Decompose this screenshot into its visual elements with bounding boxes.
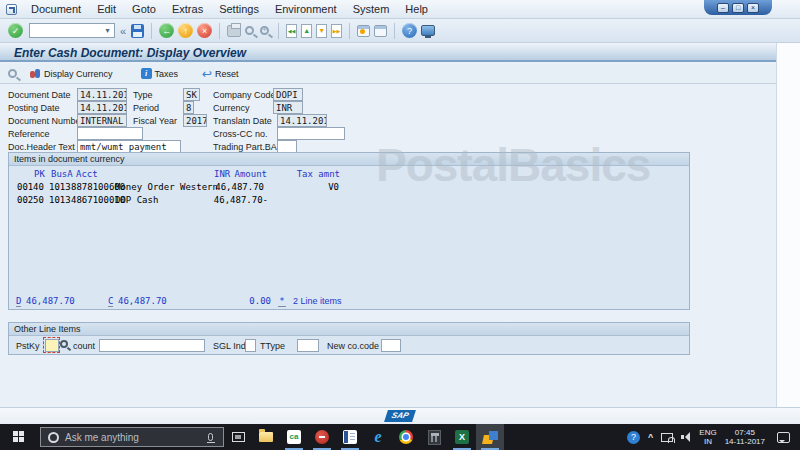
next-page-icon[interactable]: ▼ xyxy=(316,24,327,38)
period-label: Period xyxy=(133,103,159,113)
document-app-icon xyxy=(343,430,357,444)
excel-button[interactable]: X xyxy=(448,424,476,450)
menu-system[interactable]: System xyxy=(345,1,398,17)
previous-page-icon[interactable]: ▲ xyxy=(301,24,312,38)
menu-environment[interactable]: Environment xyxy=(267,1,345,17)
document-date-field[interactable]: 14.11.2017 xyxy=(77,88,127,101)
close-button[interactable]: × xyxy=(747,3,759,13)
language-indicator[interactable]: ENG IN xyxy=(699,428,716,446)
notification-center-icon[interactable] xyxy=(777,432,790,443)
currency-field[interactable]: INR xyxy=(273,101,303,114)
create-shortcut-icon[interactable] xyxy=(374,25,387,37)
value-help-icon[interactable] xyxy=(60,340,68,348)
sap-window-icon[interactable] xyxy=(6,4,17,15)
red-app-icon xyxy=(315,430,329,444)
window-controls: ‒ □ × xyxy=(704,0,772,15)
last-page-icon[interactable]: ▶▶ xyxy=(331,24,342,38)
display-currency-label: Display Currency xyxy=(44,69,113,79)
command-dropdown-icon[interactable]: ▾ xyxy=(102,25,113,36)
speaker-icon[interactable] xyxy=(681,432,691,442)
reset-arrow-icon: ↩ xyxy=(202,69,212,79)
chrome-button[interactable] xyxy=(392,424,420,450)
start-button[interactable] xyxy=(0,424,38,450)
menu-settings[interactable]: Settings xyxy=(211,1,267,17)
sap-logo: SAP xyxy=(384,410,416,422)
pstky-label: PstKy xyxy=(16,341,40,351)
reset-button[interactable]: ↩ Reset xyxy=(197,68,244,80)
file-explorer-button[interactable] xyxy=(252,424,280,450)
document-date-label: Document Date xyxy=(8,90,71,100)
document-number-field[interactable]: INTERNAL xyxy=(77,114,127,127)
sap-logon-icon xyxy=(483,431,498,444)
print-icon[interactable] xyxy=(227,25,241,37)
save-icon[interactable] xyxy=(131,24,144,38)
collapse-icon[interactable]: « xyxy=(120,25,126,37)
taskbar-search[interactable]: Ask me anything xyxy=(40,427,224,447)
clock[interactable]: 07:45 14-11-2017 xyxy=(725,428,765,446)
items-panel: Items in document currency PK BusA Acct … xyxy=(8,152,690,310)
menu-help[interactable]: Help xyxy=(397,1,436,17)
account-field[interactable] xyxy=(99,339,205,352)
account-label: count xyxy=(73,341,95,351)
translatn-date-field[interactable]: 14.11.2017 xyxy=(277,114,327,127)
menu-goto[interactable]: Goto xyxy=(124,1,164,17)
sgl-ind-field[interactable] xyxy=(245,339,256,352)
taxes-label: Taxes xyxy=(155,69,179,79)
col-header-pk: PK xyxy=(34,169,45,179)
period-field[interactable]: 8 xyxy=(183,101,194,114)
items-panel-title: Items in document currency xyxy=(9,153,689,166)
cross-cc-field[interactable] xyxy=(277,127,345,140)
ttype-label: TType xyxy=(260,341,285,351)
red-app-button[interactable] xyxy=(308,424,336,450)
choose-icon[interactable] xyxy=(8,69,17,78)
back-icon[interactable]: ← xyxy=(159,23,174,38)
row2-busa: 1013 xyxy=(49,195,71,205)
display-currency-button[interactable]: Display Currency xyxy=(25,68,118,80)
ca-app-button[interactable]: ca xyxy=(280,424,308,450)
system-tray: ? ^ ENG IN 07:45 14-11-2017 xyxy=(627,424,800,450)
posting-date-field[interactable]: 14.11.2017 xyxy=(77,101,127,114)
task-view-button[interactable] xyxy=(224,424,252,450)
restore-button[interactable]: □ xyxy=(732,3,744,13)
balance-indicator: * xyxy=(278,296,286,307)
document-app-button[interactable] xyxy=(336,424,364,450)
help-icon[interactable]: ? xyxy=(402,23,417,38)
windows-taskbar: Ask me anything ca e X ? ^ ENG IN 07:45 … xyxy=(0,424,800,450)
network-icon[interactable] xyxy=(661,433,673,442)
enter-icon[interactable]: ✓ xyxy=(8,23,23,38)
info-icon: i xyxy=(141,68,152,79)
menu-edit[interactable]: Edit xyxy=(89,1,124,17)
company-code-field[interactable]: DOPI xyxy=(273,88,303,101)
taxes-button[interactable]: i Taxes xyxy=(136,67,184,80)
microphone-icon[interactable] xyxy=(208,433,213,441)
folder-icon xyxy=(259,432,273,442)
reference-field[interactable] xyxy=(77,127,143,140)
row1-pk: 40 xyxy=(33,182,44,192)
calculator-button[interactable] xyxy=(420,424,448,450)
status-bar: SAP xyxy=(0,407,800,424)
main-content: Document Date 14.11.2017 Type SK Company… xyxy=(0,84,776,407)
find-icon[interactable] xyxy=(245,26,254,35)
new-session-icon[interactable] xyxy=(357,25,370,37)
exit-icon[interactable]: ↑ xyxy=(178,23,193,38)
first-page-icon[interactable]: ◀◀ xyxy=(286,24,297,38)
cancel-icon[interactable]: × xyxy=(197,23,212,38)
tray-chevron-icon[interactable]: ^ xyxy=(648,432,653,442)
internet-explorer-button[interactable]: e xyxy=(364,424,392,450)
type-field[interactable]: SK xyxy=(183,88,200,101)
fiscal-year-field[interactable]: 2017 xyxy=(183,114,207,127)
tray-help-icon[interactable]: ? xyxy=(627,431,640,444)
windows-logo-icon xyxy=(13,431,25,443)
find-next-icon[interactable] xyxy=(260,26,269,35)
excel-icon: X xyxy=(455,430,469,444)
menu-document[interactable]: Document xyxy=(23,1,89,17)
line-items-count[interactable]: 2 Line items xyxy=(293,296,342,306)
minimize-button[interactable]: ‒ xyxy=(717,3,729,13)
new-co-code-field[interactable] xyxy=(381,339,401,352)
ttype-field[interactable] xyxy=(297,339,319,352)
command-field[interactable]: ▾ xyxy=(29,23,115,38)
cortana-icon xyxy=(48,432,59,443)
sap-logon-button[interactable] xyxy=(476,424,504,450)
menu-extras[interactable]: Extras xyxy=(164,1,211,17)
customize-layout-icon[interactable] xyxy=(421,25,435,36)
